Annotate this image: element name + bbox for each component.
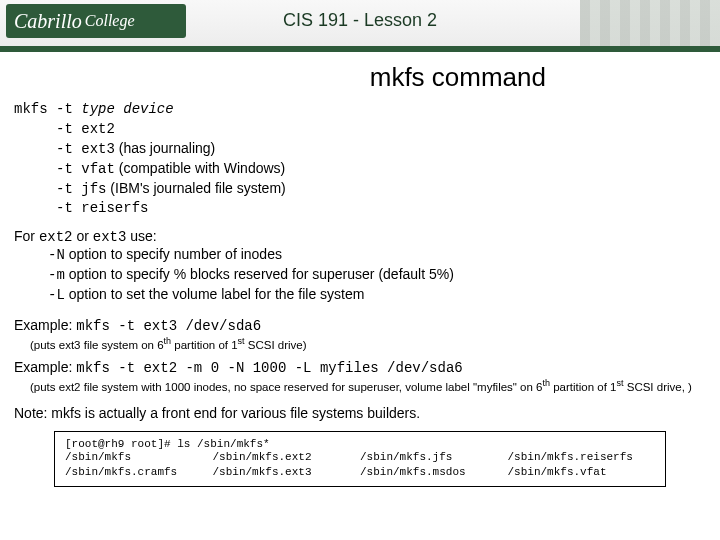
terminal-col: /sbin/mkfs.jfs /sbin/mkfs.msdos [360, 450, 508, 481]
syntax-line: -t ext2 [14, 119, 706, 139]
syntax-line: -t jfs (IBM's journaled file system) [14, 179, 706, 199]
header-photo-icon [580, 0, 720, 46]
example-note: (puts ext2 file system with 1000 inodes,… [30, 378, 706, 393]
terminal-output: [root@rh9 root]# ls /sbin/mkfs* /sbin/mk… [54, 431, 666, 488]
options-intro: For ext2 or ext3 use: [14, 228, 706, 245]
slide-title: mkfs command [14, 62, 546, 93]
terminal-col: /sbin/mkfs /sbin/mkfs.cramfs [65, 450, 213, 481]
example-2: Example: mkfs -t ext2 -m 0 -N 1000 -L my… [14, 359, 706, 393]
syntax-line-main: mkfs -t type device [14, 99, 706, 119]
syntax-line: -t reiserfs [14, 198, 706, 218]
option-row: -L option to set the volume label for th… [48, 285, 706, 305]
example-heading: Example: mkfs -t ext2 -m 0 -N 1000 -L my… [14, 359, 706, 376]
slide-body: mkfs command mkfs -t type device -t ext2… [0, 52, 720, 497]
example-note: (puts ext3 file system on 6th partition … [30, 336, 706, 351]
options-block: For ext2 or ext3 use: -N option to speci… [14, 228, 706, 305]
terminal-col: /sbin/mkfs.ext2 /sbin/mkfs.ext3 [213, 450, 361, 481]
syntax-line: -t ext3 (has journaling) [14, 139, 706, 159]
terminal-prompt: [root@rh9 root]# ls /sbin/mkfs* [65, 438, 655, 450]
terminal-col: /sbin/mkfs.reiserfs /sbin/mkfs.vfat [508, 450, 656, 481]
syntax-line: -t vfat (compatible with Windows) [14, 159, 706, 179]
option-row: -N option to specify number of inodes [48, 245, 706, 265]
syntax-block: mkfs -t type device -t ext2 -t ext3 (has… [14, 99, 706, 218]
footer-note: Note: mkfs is actually a front end for v… [14, 405, 706, 421]
example-heading: Example: mkfs -t ext3 /dev/sda6 [14, 317, 706, 334]
slide-header: Cabrillo College CIS 191 - Lesson 2 [0, 0, 720, 52]
option-row: -m option to specify % blocks reserved f… [48, 265, 706, 285]
example-1: Example: mkfs -t ext3 /dev/sda6 (puts ex… [14, 317, 706, 351]
